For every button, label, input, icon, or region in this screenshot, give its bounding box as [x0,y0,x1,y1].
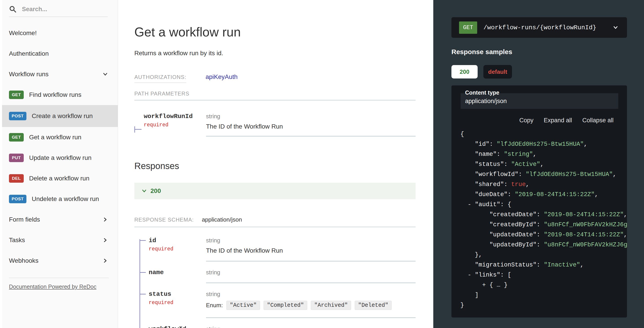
json-token: , [533,151,536,158]
search-input[interactable] [22,5,102,13]
field-type: string [206,326,416,328]
json-token: "name" [475,151,497,158]
tab-default[interactable]: default [484,65,512,78]
json-token: , [613,171,616,178]
enum-value: "Active" [226,301,260,310]
sidebar-item-label: Delete a workflow run [29,175,109,182]
authorizations-row: AUTHORIZATIONS: apiKeyAuth [134,73,416,83]
param-required-flag: required [144,122,206,128]
json-token [460,201,468,208]
sample-actions: Copy Expand all Collapse all [452,117,614,124]
json-code-line: "updatedById": "u8nFCf_nW0FbFAV2kHZJ6g", [460,240,627,250]
json-token: true [511,181,526,188]
sidebar-nav: Welcome! Authentication Workflow runs GE… [0,23,118,271]
json-token: , [526,181,529,188]
path-parameters-header: PATH PARAMETERS [134,91,416,100]
json-token: : [536,262,544,268]
sidebar-item-form-fields[interactable]: Form fields [0,209,118,230]
sidebar-item-workflow-runs[interactable]: Workflow runs [0,64,118,85]
json-sample: { "id": "lfJdOEd0Hs275-Btw15HUA", "name"… [460,129,627,310]
json-code-line: } [460,300,627,310]
chevron-right-icon [102,237,109,244]
chevron-right-icon [102,257,109,264]
expand-all-button[interactable]: Expand all [544,117,572,124]
json-code-line: "name": "string", [460,149,627,160]
sidebar-item-label: Authentication [9,50,109,57]
enum-label: Enum: [206,302,223,309]
enum-values-row: Enum: "Active" "Completed" "Archived" "D… [206,301,416,311]
response-schema-table: id required string The ID of the Workflo… [134,237,416,328]
json-token: "createdDate" [490,211,537,218]
sidebar-item-update-workflow-run[interactable]: PUT Update a workflow run [0,148,118,168]
json-code-line: - "audit": { [460,200,627,210]
sidebar: Welcome! Authentication Workflow runs GE… [0,0,118,328]
redoc-attribution-link[interactable]: Documentation Powered by ReDoc [9,284,96,290]
sidebar-item-create-workflow-run[interactable]: POST Create a workflow run [0,105,118,127]
search-box[interactable] [9,5,108,17]
param-type: string [206,113,416,120]
json-token: , [540,161,544,168]
sidebar-item-label: Tasks [9,237,102,244]
sample-tabs: 200 default [452,65,627,78]
samples-panel: GET /workflow-runs/{workflowRunId} Respo… [433,0,644,328]
json-token: "u8nFCf_nW0FbFAV2kHZJ6g" [544,241,627,248]
sidebar-item-find-workflow-runs[interactable]: GET Find workflow runs [0,85,118,105]
sidebar-item-tasks[interactable]: Tasks [0,230,118,250]
field-required-flag: required [149,300,206,306]
json-code-line: { [460,129,627,139]
http-method-badge: GET [9,133,24,142]
json-token [460,191,475,198]
copy-button[interactable]: Copy [519,117,534,124]
redoc-app: Welcome! Authentication Workflow runs GE… [0,0,644,328]
collapse-all-button[interactable]: Collapse all [582,117,614,124]
param-description: The ID of the Workflow Run [206,123,416,130]
json-token: : [504,161,511,168]
json-token: , [595,191,598,198]
response-samples-title: Response samples [452,48,627,56]
json-code-line: "id": "lfJdOEd0Hs275-Btw15HUA", [460,139,627,149]
json-token: : { [500,201,511,208]
operation-description: Returns a workflow run by its id. [134,50,416,57]
response-200-toggle[interactable]: 200 [134,183,416,199]
json-token [460,211,490,218]
json-token [460,241,490,248]
auth-scheme-link[interactable]: apiKeyAuth [206,73,238,80]
json-token: "u8nFCf_nW0FbFAV2kHZJ6g" [544,221,627,228]
param-tree-connector: workflowRunId required [134,113,206,136]
sidebar-item-get-workflow-run[interactable]: GET Get a workflow run [0,127,118,148]
sidebar-item-authentication[interactable]: Authentication [0,43,118,64]
http-method-badge: PUT [9,154,24,162]
sidebar-item-welcome[interactable]: Welcome! [0,23,118,43]
json-token: "2019-08-24T14:15:22Z" [544,211,624,218]
json-token: "workflowId" [475,171,518,178]
sidebar-item-webhooks[interactable]: Webhooks [0,250,118,271]
sidebar-item-delete-workflow-run[interactable]: DEL Delete a workflow run [0,168,118,189]
collapse-toggle-icon[interactable]: - [468,272,475,278]
json-token: : [497,151,504,158]
json-token [460,282,482,288]
endpoint-dropdown[interactable]: GET /workflow-runs/{workflowRunId} [452,17,627,38]
json-token: , [580,262,584,268]
json-token: : [536,221,544,228]
json-token: : [ [500,272,511,278]
chevron-down-icon [102,71,109,78]
tab-200[interactable]: 200 [452,65,478,78]
main-content: Get a workflow run Returns a workflow ru… [118,0,433,328]
sample-code-panel: Content type application/json Copy Expan… [452,85,627,318]
responses-heading: Responses [134,161,416,171]
json-code-line: "status": "Active", [460,160,627,169]
response-schema-label: RESPONSE SCHEMA: [134,217,194,223]
chevron-right-icon [102,216,109,223]
sidebar-item-label: Undelete a workflow run [32,195,109,203]
json-token: { [460,131,464,138]
content-type-label: Content type [465,89,618,96]
json-token: "id" [475,141,490,148]
collapse-toggle-icon[interactable]: - [468,201,475,208]
json-token: "updatedById" [490,241,537,248]
collapse-toggle-icon[interactable]: + [482,282,489,288]
enum-value: "Completed" [264,301,307,310]
sidebar-item-label: Get a workflow run [29,134,109,141]
sidebar-item-undelete-workflow-run[interactable]: POST Undelete a workflow run [0,189,118,209]
json-token: : [536,241,544,248]
field-name: workflowId [149,326,206,328]
